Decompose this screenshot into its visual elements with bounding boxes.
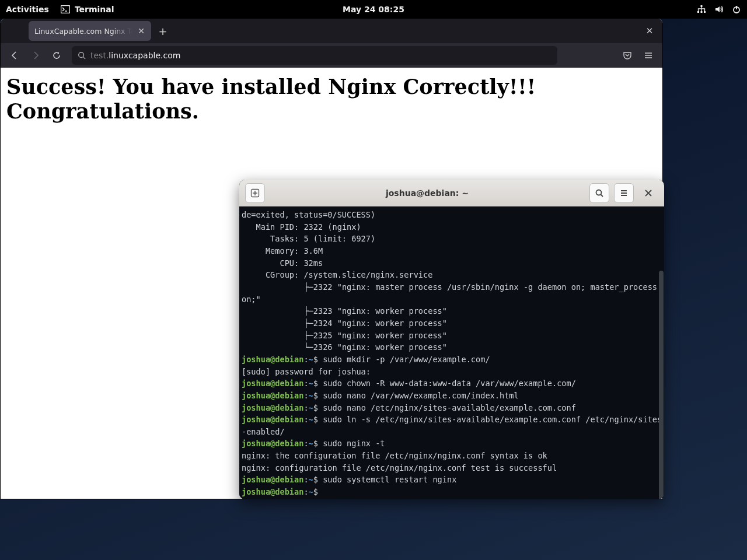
- url-bar[interactable]: test.linuxcapable.com: [72, 46, 557, 65]
- active-app-name: Terminal: [75, 5, 114, 14]
- svg-point-16: [596, 190, 602, 195]
- url-text: test.linuxcapable.com: [90, 51, 180, 60]
- search-icon: [78, 51, 86, 60]
- gnome-top-bar: Activities Terminal May 24 08:25: [0, 0, 747, 19]
- active-app-indicator[interactable]: Terminal: [61, 5, 114, 14]
- svg-rect-0: [61, 6, 69, 13]
- terminal-header: joshua@debian: ~: [239, 180, 664, 206]
- activities-button[interactable]: Activities: [6, 5, 49, 14]
- svg-line-9: [83, 57, 86, 60]
- volume-icon[interactable]: [714, 5, 724, 14]
- terminal-new-tab-button[interactable]: [245, 183, 265, 203]
- reload-button[interactable]: [47, 46, 66, 65]
- tab-close-button[interactable]: ✕: [136, 26, 146, 36]
- app-menu-button[interactable]: [639, 46, 658, 65]
- svg-point-8: [79, 52, 84, 58]
- pocket-button[interactable]: [618, 46, 637, 65]
- terminal-search-button[interactable]: [589, 183, 609, 203]
- terminal-window: joshua@debian: ~ de=exited, status=0/SUC…: [239, 180, 664, 499]
- new-tab-button[interactable]: +: [155, 23, 171, 39]
- svg-line-17: [601, 194, 603, 197]
- tab-title: LinuxCapable.com Nginx Test: [34, 27, 132, 36]
- svg-rect-2: [701, 5, 703, 7]
- firefox-toolbar: test.linuxcapable.com: [1, 43, 662, 68]
- terminal-menu-button[interactable]: [614, 183, 634, 203]
- window-close-button[interactable]: ✕: [641, 23, 658, 39]
- terminal-title: joshua@debian: ~: [270, 188, 585, 198]
- back-button[interactable]: [5, 46, 24, 65]
- firefox-tab-bar: LinuxCapable.com Nginx Test ✕ + ✕: [1, 19, 662, 43]
- svg-rect-3: [697, 11, 699, 13]
- browser-tab[interactable]: LinuxCapable.com Nginx Test ✕: [29, 21, 151, 41]
- svg-rect-4: [701, 11, 703, 13]
- svg-rect-5: [704, 11, 706, 13]
- terminal-app-icon: [61, 5, 70, 13]
- scrollbar-thumb[interactable]: [659, 271, 664, 499]
- terminal-output[interactable]: de=exited, status=0/SUCCESS) Main PID: 2…: [239, 206, 664, 499]
- page-heading: Success! You have installed Nginx Correc…: [6, 75, 657, 124]
- terminal-close-button[interactable]: [638, 183, 658, 203]
- power-icon[interactable]: [732, 5, 741, 14]
- clock[interactable]: May 24 08:25: [343, 5, 404, 14]
- forward-button[interactable]: [26, 46, 45, 65]
- network-icon[interactable]: [697, 5, 706, 14]
